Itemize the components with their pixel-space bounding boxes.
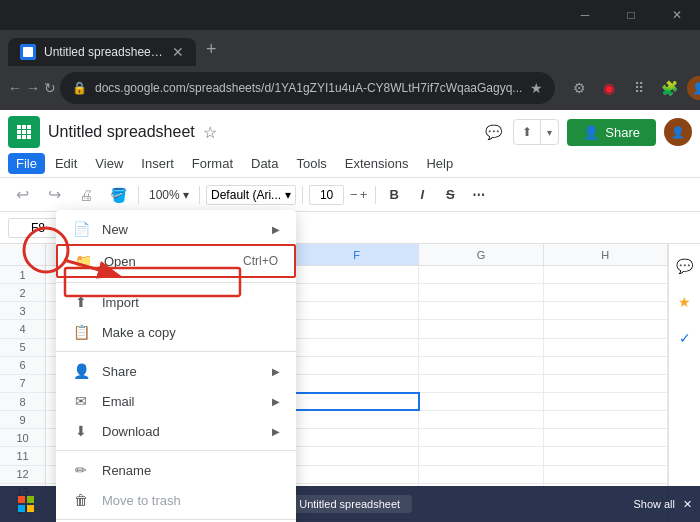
address-text: docs.google.com/spreadsheets/d/1YA1gZYI1… [95, 81, 522, 95]
cell-H7[interactable] [544, 375, 668, 392]
cell-H2[interactable] [544, 284, 668, 301]
cell-H11[interactable] [544, 447, 668, 464]
puzzle-icon[interactable]: 🧩 [657, 76, 681, 100]
cell-G10[interactable] [419, 429, 543, 446]
tab-favicon [20, 44, 36, 60]
cell-G3[interactable] [419, 302, 543, 319]
star-icon[interactable]: ☆ [203, 123, 217, 142]
cell-F8[interactable] [295, 393, 419, 410]
chat-icon[interactable]: 💬 [481, 120, 505, 144]
history-button[interactable]: ⬆ ▾ [513, 119, 559, 145]
sidebar-comments-icon[interactable]: 💬 [671, 252, 699, 280]
cell-G11[interactable] [419, 447, 543, 464]
decrease-font-icon[interactable]: − [350, 187, 358, 202]
opera-icon[interactable]: ◉ [597, 76, 621, 100]
cell-G2[interactable] [419, 284, 543, 301]
menu-item-new[interactable]: 📄 New ▶ [56, 214, 296, 244]
menu-item-makecopy[interactable]: 📋 Make a copy [56, 317, 296, 347]
cell-H8[interactable] [544, 393, 668, 410]
cell-F4[interactable] [295, 320, 419, 337]
tab-close-button[interactable]: ✕ [172, 44, 184, 60]
close-button[interactable]: ✕ [654, 0, 700, 30]
share-button[interactable]: 👤 Share [567, 119, 656, 146]
forward-button[interactable]: → [26, 74, 40, 102]
reload-button[interactable]: ↻ [44, 74, 56, 102]
cell-H6[interactable] [544, 357, 668, 374]
user-avatar[interactable]: 👤 [687, 76, 700, 100]
cell-H5[interactable] [544, 339, 668, 356]
cell-F3[interactable] [295, 302, 419, 319]
app-title: Untitled spreadsheet [48, 123, 195, 141]
shortcut-open: Ctrl+O [243, 254, 278, 268]
menu-item-share[interactable]: 👤 Share ▶ [56, 356, 296, 386]
cell-F5[interactable] [295, 339, 419, 356]
sidebar-check-icon[interactable]: ✓ [671, 324, 699, 352]
menu-item-view[interactable]: View [87, 153, 131, 174]
menu-item-format[interactable]: Format [184, 153, 241, 174]
cell-F1[interactable] [295, 266, 419, 283]
menu-item-data[interactable]: Data [243, 153, 286, 174]
sidebar-star-icon[interactable]: ★ [671, 288, 699, 316]
cell-H4[interactable] [544, 320, 668, 337]
menu-item-open[interactable]: 📁 Open Ctrl+O [56, 244, 296, 278]
arrow-new: ▶ [272, 224, 280, 235]
formatting-toolbar: ↩ ↪ 🖨 🪣 100% ▾ Default (Ari... ▾ 10 − + … [0, 178, 700, 212]
cell-H12[interactable] [544, 466, 668, 483]
extensions-icon[interactable]: ⚙ [567, 76, 591, 100]
zoom-select[interactable]: 100% ▾ [145, 183, 193, 207]
cell-G8[interactable] [419, 393, 543, 410]
cell-F6[interactable] [295, 357, 419, 374]
new-tab-button[interactable]: + [196, 33, 227, 66]
taskbar-show-all[interactable]: Show all [633, 498, 675, 510]
cell-H10[interactable] [544, 429, 668, 446]
back-button[interactable]: ← [8, 74, 22, 102]
taskbar-start[interactable] [8, 486, 44, 522]
cell-G6[interactable] [419, 357, 543, 374]
cell-F2[interactable] [295, 284, 419, 301]
cell-H3[interactable] [544, 302, 668, 319]
menu-icon[interactable]: ⠿ [627, 76, 651, 100]
user-avatar-app[interactable]: 👤 [664, 118, 692, 146]
increase-font-icon[interactable]: + [360, 187, 368, 202]
menu-item-extensions[interactable]: Extensions [337, 153, 417, 174]
font-size[interactable]: 10 [309, 185, 344, 205]
cell-G1[interactable] [419, 266, 543, 283]
menu-item-help[interactable]: Help [418, 153, 461, 174]
cell-F9[interactable] [295, 411, 419, 428]
menu-item-email[interactable]: ✉ Email ▶ [56, 386, 296, 416]
cell-F10[interactable] [295, 429, 419, 446]
font-select[interactable]: Default (Ari... ▾ [206, 185, 296, 205]
cell-F7[interactable] [295, 375, 419, 392]
print-button[interactable]: 🖨 [72, 181, 100, 209]
cell-F12[interactable] [295, 466, 419, 483]
cell-G4[interactable] [419, 320, 543, 337]
menu-item-rename[interactable]: ✏ Rename [56, 455, 296, 485]
cell-G12[interactable] [419, 466, 543, 483]
strikethrough-button[interactable]: S [438, 183, 462, 207]
menu-item-download[interactable]: ⬇ Download ▶ [56, 416, 296, 446]
italic-button[interactable]: I [410, 183, 434, 207]
address-bar[interactable]: 🔒 docs.google.com/spreadsheets/d/1YA1gZY… [60, 72, 555, 104]
cell-G5[interactable] [419, 339, 543, 356]
menu-item-insert[interactable]: Insert [133, 153, 182, 174]
cell-G9[interactable] [419, 411, 543, 428]
browser-tab[interactable]: Untitled spreadsheet - Google S... ✕ [8, 38, 196, 66]
menu-item-import[interactable]: ⬆ Import [56, 287, 296, 317]
menu-item-edit[interactable]: Edit [47, 153, 85, 174]
cell-H9[interactable] [544, 411, 668, 428]
paint-format-button[interactable]: 🪣 [104, 181, 132, 209]
maximize-button[interactable]: □ [608, 0, 654, 30]
taskbar-close[interactable]: ✕ [683, 498, 692, 511]
menu-item-tools[interactable]: Tools [288, 153, 334, 174]
col-header-f: F [295, 244, 419, 265]
cell-H1[interactable] [544, 266, 668, 283]
minimize-button[interactable]: ─ [562, 0, 608, 30]
cell-G7[interactable] [419, 375, 543, 392]
bold-button[interactable]: B [382, 183, 406, 207]
more-formats-button[interactable]: ⋯ [466, 183, 490, 207]
undo-button[interactable]: ↩ [8, 181, 36, 209]
menu-icon-import: ⬆ [72, 293, 90, 311]
menu-item-file[interactable]: File [8, 153, 45, 174]
cell-F11[interactable] [295, 447, 419, 464]
redo-button[interactable]: ↪ [40, 181, 68, 209]
